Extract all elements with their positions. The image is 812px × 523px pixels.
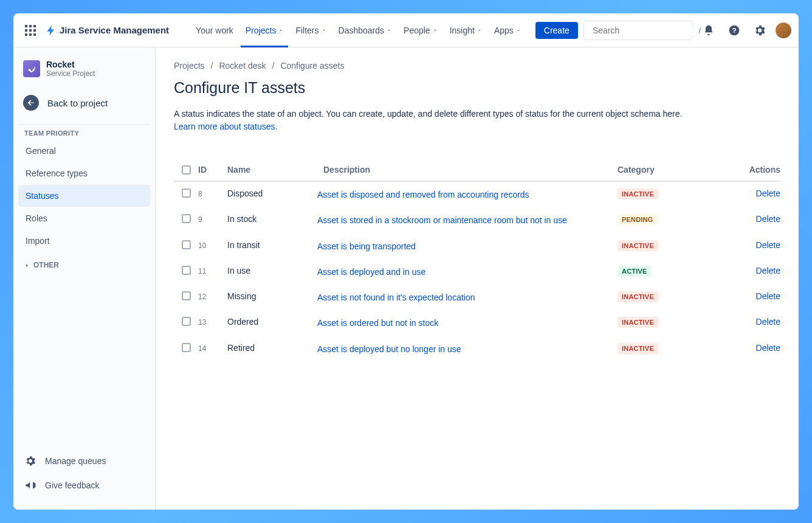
back-label: Back to project [47, 98, 108, 108]
row-name: In use [227, 266, 317, 275]
row-checkbox[interactable] [182, 317, 191, 326]
table-row: 8DisposedAsset is disposed and removed f… [174, 182, 780, 207]
settings-icon[interactable] [750, 21, 769, 40]
sidebar: Rocket Service Project Back to project T… [13, 47, 156, 510]
project-header[interactable]: Rocket Service Project [18, 60, 150, 89]
megaphone-icon [24, 479, 36, 491]
project-icon [23, 60, 40, 77]
nav-item-dashboards[interactable]: Dashboards [334, 22, 397, 39]
row-description-link[interactable]: Asset is being transported [317, 240, 618, 252]
delete-link[interactable]: Delete [745, 240, 780, 250]
jira-bolt-icon [45, 24, 57, 36]
row-id: 9 [198, 214, 227, 224]
project-name: Rocket [46, 60, 95, 69]
sidebar-section-label: TEAM PRIORITY [18, 124, 150, 139]
sidebar-item-general[interactable]: General [18, 140, 150, 162]
row-description-link[interactable]: Asset is disposed and removed from accou… [317, 189, 618, 201]
delete-link[interactable]: Delete [745, 189, 780, 198]
column-header-actions: Actions [745, 165, 780, 175]
delete-link[interactable]: Delete [745, 343, 780, 353]
row-checkbox[interactable] [182, 214, 191, 223]
footer-item-label: Manage queues [45, 456, 106, 466]
row-id: 10 [198, 240, 227, 250]
row-id: 13 [198, 317, 227, 327]
row-checkbox[interactable] [182, 266, 191, 275]
table-row: 13OrderedAsset is ordered but not in sto… [174, 310, 780, 336]
row-description-link[interactable]: Asset is ordered but not in stock [317, 317, 618, 329]
search-input[interactable] [593, 26, 699, 35]
row-description-link[interactable]: Asset is deployed but no longer in use [317, 343, 618, 355]
nav-item-apps[interactable]: Apps [489, 22, 526, 39]
breadcrumb-item[interactable]: Projects [174, 61, 205, 71]
delete-link[interactable]: Delete [745, 214, 780, 224]
sidebar-footer-manage-queues[interactable]: Manage queues [18, 449, 150, 473]
status-badge: PENDING [618, 214, 658, 225]
row-name: Disposed [227, 189, 317, 198]
other-label: OTHER [33, 261, 59, 269]
column-header-category[interactable]: Category [618, 165, 745, 175]
row-name: Ordered [227, 317, 317, 327]
status-badge: INACTIVE [618, 240, 658, 251]
row-checkbox[interactable] [182, 343, 191, 352]
sidebar-item-import[interactable]: Import [18, 230, 150, 252]
topbar: Jira Service Management Your workProject… [13, 13, 799, 47]
row-name: Missing [227, 291, 317, 301]
status-badge: INACTIVE [618, 317, 658, 328]
sidebar-footer-give-feedback[interactable]: Give feedback [18, 473, 150, 497]
column-header-name[interactable]: Name [227, 165, 317, 175]
svg-rect-2 [33, 25, 36, 27]
table-row: 9In stockAsset is stored in a stockroom … [174, 207, 780, 233]
svg-rect-6 [25, 33, 27, 36]
help-icon[interactable]: ? [724, 21, 744, 40]
notifications-icon[interactable] [699, 21, 718, 40]
user-avatar[interactable] [776, 23, 791, 38]
delete-link[interactable]: Delete [745, 317, 780, 327]
svg-text:?: ? [732, 26, 736, 34]
svg-rect-7 [29, 33, 32, 36]
chevron-down-icon [477, 28, 482, 33]
table-header-row: ID Name Description Category Actions [174, 160, 780, 182]
statuses-table: ID Name Description Category Actions 8Di… [174, 160, 780, 362]
breadcrumb-item[interactable]: Rocket desk [219, 61, 266, 71]
nav-item-filters[interactable]: Filters [291, 22, 331, 39]
nav-item-label: Your work [196, 26, 233, 35]
sidebar-other-toggle[interactable]: OTHER [18, 252, 150, 274]
select-all-checkbox[interactable] [182, 165, 191, 175]
back-to-project-link[interactable]: Back to project [18, 89, 150, 122]
search-box[interactable]: / [583, 21, 693, 40]
app-switcher-icon[interactable] [21, 21, 40, 40]
column-header-description[interactable]: Description [317, 165, 618, 175]
svg-rect-0 [25, 25, 27, 27]
row-description-link[interactable]: Asset is stored in a stockroom or mainte… [317, 214, 618, 226]
breadcrumb-item[interactable]: Configure assets [280, 61, 344, 71]
chevron-down-icon [516, 28, 521, 33]
sidebar-item-reference-types[interactable]: Reference types [18, 162, 150, 184]
nav-item-people[interactable]: People [399, 22, 442, 39]
svg-rect-3 [25, 29, 27, 32]
row-checkbox[interactable] [182, 189, 191, 198]
status-badge: INACTIVE [618, 343, 658, 354]
row-description-link[interactable]: Asset is deployed and in use [317, 266, 618, 278]
breadcrumb: Projects/Rocket desk/Configure assets [174, 61, 780, 71]
nav-item-insight[interactable]: Insight [445, 22, 487, 39]
learn-more-link[interactable]: Learn more about statuses. [174, 122, 277, 131]
row-checkbox[interactable] [182, 240, 191, 249]
nav-item-your-work[interactable]: Your work [191, 22, 238, 39]
column-header-id[interactable]: ID [198, 165, 227, 175]
sidebar-item-statuses[interactable]: Statuses [18, 185, 150, 207]
table-row: 10In transitAsset is being transportedIN… [174, 234, 780, 259]
create-button[interactable]: Create [535, 22, 578, 39]
project-subtitle: Service Project [46, 69, 95, 78]
svg-rect-1 [29, 25, 32, 27]
row-description-link[interactable]: Asset is not found in it's expected loca… [317, 291, 618, 303]
product-logo[interactable]: Jira Service Management [43, 24, 171, 36]
delete-link[interactable]: Delete [745, 266, 780, 275]
sidebar-item-roles[interactable]: Roles [18, 207, 150, 229]
row-checkbox[interactable] [182, 291, 191, 300]
primary-nav: Your workProjectsFiltersDashboardsPeople… [191, 22, 526, 39]
table-row: 12MissingAsset is not found in it's expe… [174, 285, 780, 310]
status-badge: INACTIVE [618, 291, 658, 302]
delete-link[interactable]: Delete [745, 291, 780, 301]
product-name: Jira Service Management [60, 25, 169, 35]
nav-item-projects[interactable]: Projects [241, 22, 289, 39]
